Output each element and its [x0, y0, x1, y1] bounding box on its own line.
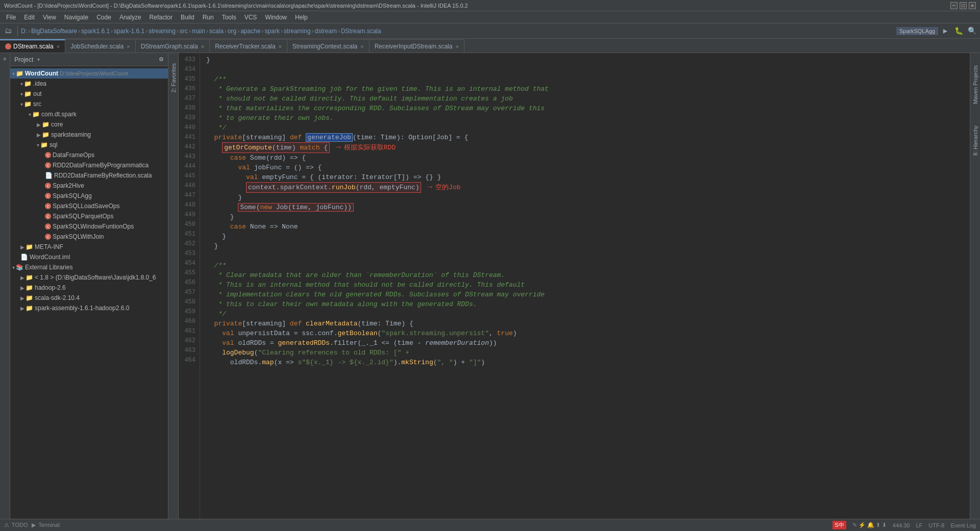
highlight-somenewjob: Some(new Job(time, jobFunc)): [238, 203, 353, 212]
breadcrumb-spark161[interactable]: spark-1.6.1: [114, 28, 144, 35]
tree-sparksqlparquet[interactable]: c SparkSQLParquetOps: [10, 211, 168, 221]
tree-hadoop[interactable]: ▶ 📁 hadoop-2.6: [10, 283, 168, 293]
tree-sql[interactable]: ▾ 📁 sql: [10, 140, 168, 150]
project-icon[interactable]: 🗂: [2, 25, 14, 37]
tree-rdd2prog-label: RDD2DataFrameByProgrammatica: [53, 162, 149, 169]
tab-streamingcontext[interactable]: StreamingContext.scala ×: [287, 39, 370, 53]
run-button[interactable]: ▶: [939, 25, 951, 37]
tab-receiverinputdstream[interactable]: ReceiverInputDStream.scala ×: [370, 39, 464, 53]
code-line-464: oldRDDs.map(x => s"${x._1} -> ${x._2.id}…: [206, 358, 970, 367]
tree-out[interactable]: ▾ 📁 out: [10, 89, 168, 99]
tree-root[interactable]: ▾ 📁 WordCount D:\IdeaProjects\WordCount: [10, 68, 168, 79]
tree-sparksteaming-arrow: ▶: [37, 132, 41, 138]
tree-root-path: D:\IdeaProjects\WordCount: [58, 70, 128, 77]
tree-sparksqlwithjoin[interactable]: c SparkSQLWithJoin: [10, 232, 168, 242]
menu-vcs[interactable]: VCS: [240, 13, 261, 22]
maven-projects-button[interactable]: Maven Projects: [972, 65, 978, 104]
debug-button[interactable]: 🐛: [952, 25, 965, 37]
search-button[interactable]: 🔍: [966, 25, 978, 37]
tree-dataframeops[interactable]: c DataFrameOps: [10, 150, 168, 160]
status-position: 444:30: [893, 522, 910, 528]
tree-spark2hive[interactable]: c Spark2Hive: [10, 181, 168, 191]
run-config-dropdown[interactable]: SparkSQLAgg: [896, 27, 938, 35]
tree-wordcount-iml[interactable]: 📄 WordCount.iml: [10, 252, 168, 262]
menu-help[interactable]: Help: [291, 13, 312, 22]
breadcrumb-src[interactable]: src: [180, 28, 188, 35]
breadcrumb-apache[interactable]: apache: [240, 28, 260, 35]
breadcrumb-spark16[interactable]: spark1.6.1: [81, 28, 110, 35]
tree-extlibs-label: External Libraries: [25, 264, 72, 271]
tab-streamingcontext-label: StreamingContext.scala: [292, 43, 357, 50]
tree-spark-assembly[interactable]: ▶ 📁 spark-assembly-1.6.1-hadoop2.6.0: [10, 303, 168, 313]
code-line-438: * that materializes the corresponding RD…: [206, 104, 970, 113]
event-log-button[interactable]: Event Log: [950, 522, 976, 528]
tab-dstream[interactable]: DStream.scala ×: [0, 39, 65, 53]
project-header: Project ▾ ⚙: [10, 53, 168, 66]
title-bar: WordCount - [D:\IdeaProjects\WordCount] …: [0, 0, 980, 11]
breadcrumb-main[interactable]: main: [192, 28, 205, 35]
breadcrumb-dstreamscala[interactable]: DStream.scala: [341, 28, 381, 35]
menu-edit[interactable]: Edit: [20, 13, 39, 22]
tab-dstreamgraph-close[interactable]: ×: [201, 43, 204, 49]
structure-icon[interactable]: ≡: [1, 55, 9, 63]
tree-rdd2reflection[interactable]: 📄 RDD2DataFrameByReflection.scala: [10, 170, 168, 181]
tab-dstreamgraph[interactable]: DStreamGraph.scala ×: [136, 39, 210, 53]
tab-receiverinputdstream-close[interactable]: ×: [455, 43, 458, 49]
tree-jdk18[interactable]: ▶ 📁 < 1.8 > (D:\BigDataSoftware\Java\jdk…: [10, 272, 168, 283]
tree-sparksqlagg[interactable]: c SparkSQLAgg: [10, 191, 168, 201]
code-content[interactable]: } /** * Generate a SparkStreaming job fo…: [200, 53, 970, 519]
menu-refactor[interactable]: Refactor: [145, 13, 177, 22]
tab-jobscheduler-close[interactable]: ×: [127, 43, 130, 49]
breadcrumb-scala[interactable]: scala: [209, 28, 224, 35]
favorites-panel-button[interactable]: 2: Favorites: [170, 63, 177, 92]
menu-navigate[interactable]: Navigate: [60, 13, 92, 22]
minimize-button[interactable]: ─: [950, 2, 958, 9]
tree-metainf[interactable]: ▶ 📁 META-INF: [10, 242, 168, 252]
project-gear-icon[interactable]: ⚙: [159, 56, 164, 63]
menu-bar: File Edit View Navigate Code Analyze Ref…: [0, 11, 980, 23]
breadcrumb-spark[interactable]: spark: [265, 28, 280, 35]
tree-idea[interactable]: ▾ 📁 .idea: [10, 79, 168, 89]
hierarchy-button[interactable]: 8: Hierarchy: [972, 125, 978, 156]
todo-button[interactable]: ⚠ TODO: [4, 522, 28, 528]
project-tree: ▾ 📁 WordCount D:\IdeaProjects\WordCount …: [10, 66, 168, 519]
tree-sparksqlload[interactable]: c SparkSQLLoadSaveOps: [10, 201, 168, 211]
breadcrumb-dstream[interactable]: dstream: [315, 28, 337, 35]
code-line-457: * implementation clears the old generate…: [206, 290, 970, 299]
tree-rdd2programmatic[interactable]: c RDD2DataFrameByProgrammatica: [10, 160, 168, 170]
maximize-button[interactable]: □: [960, 2, 967, 9]
tree-core[interactable]: ▶ 📁 core: [10, 119, 168, 130]
terminal-button[interactable]: ▶ Terminal: [32, 522, 59, 528]
tree-external-libs[interactable]: ▾ 📚 External Libraries: [10, 262, 168, 272]
menu-code[interactable]: Code: [92, 13, 115, 22]
tree-scala-sdk[interactable]: ▶ 📁 scala-sdk-2.10.4: [10, 293, 168, 303]
project-dropdown-icon[interactable]: ▾: [37, 57, 40, 62]
menu-tools[interactable]: Tools: [218, 13, 240, 22]
menu-file[interactable]: File: [2, 13, 20, 22]
close-button[interactable]: ✕: [969, 2, 976, 9]
menu-view[interactable]: View: [39, 13, 60, 22]
tree-out-arrow: ▾: [20, 91, 23, 97]
tab-receivertracker[interactable]: ReceiverTracker.scala ×: [210, 39, 287, 53]
window-controls[interactable]: ─ □ ✕: [950, 2, 976, 9]
tree-com-dt[interactable]: ▾ 📁 com.dt.spark: [10, 109, 168, 119]
menu-window[interactable]: Window: [261, 13, 291, 22]
breadcrumb-d[interactable]: D:: [21, 28, 27, 35]
tab-receivertracker-close[interactable]: ×: [278, 43, 281, 49]
breadcrumb-streaming2[interactable]: streaming: [284, 28, 311, 35]
menu-build[interactable]: Build: [177, 13, 199, 22]
breadcrumb-streaming[interactable]: streaming: [149, 28, 176, 35]
menu-analyze[interactable]: Analyze: [115, 13, 145, 22]
tab-streamingcontext-close[interactable]: ×: [360, 43, 363, 49]
code-line-434: [206, 65, 970, 74]
breadcrumb-bigdata[interactable]: BigDataSoftware: [31, 28, 77, 35]
code-editor[interactable]: 433 434 435 436 437 438 439 440 441 442 …: [179, 53, 970, 519]
tab-dstream-close[interactable]: ×: [57, 43, 60, 49]
tree-sparksteaming[interactable]: ▶ 📁 sparksteaming: [10, 130, 168, 140]
tree-src[interactable]: ▾ 📁 src: [10, 99, 168, 109]
breadcrumb-org[interactable]: org: [228, 28, 236, 35]
tree-sparksqlwindow[interactable]: c SparkSQLWindowFuntionOps: [10, 221, 168, 232]
project-panel: Project ▾ ⚙ ▾ 📁 WordCount D:\IdeaProject…: [10, 53, 168, 519]
menu-run[interactable]: Run: [199, 13, 218, 22]
tab-jobscheduler[interactable]: JobScheduler.scala ×: [65, 39, 136, 53]
